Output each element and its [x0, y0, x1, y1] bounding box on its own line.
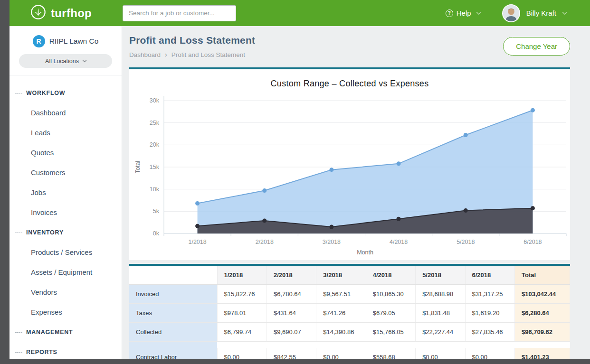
change-year-button[interactable]: Change Year	[503, 37, 570, 56]
nav-section-workflow[interactable]: WORKFLOW	[10, 83, 122, 103]
svg-text:Total: Total	[134, 161, 141, 173]
cell-value: $741.26	[316, 304, 366, 323]
cell-value: $0.00	[316, 348, 366, 360]
col-header	[129, 266, 217, 285]
col-header: 6/2018	[465, 266, 514, 285]
cell-value: $15,822.76	[217, 285, 266, 304]
cell-value: $14,390.86	[316, 323, 366, 342]
cell-value: $0.00	[217, 348, 266, 360]
row-label: Invoiced	[129, 285, 217, 304]
user-avatar[interactable]	[502, 4, 520, 22]
cell-value: $978.01	[217, 304, 266, 323]
sidebar-item-invoices[interactable]: Invoices	[10, 203, 122, 223]
locations-dropdown[interactable]: All Locations	[19, 54, 112, 68]
cell-value: $0.00	[416, 348, 465, 360]
nav-section-label: MANAGEMENT	[26, 329, 73, 336]
nav-section-management[interactable]: MANAGEMENT	[10, 322, 122, 342]
cell-value: $28,688.98	[416, 285, 465, 304]
page-header: Profit and Loss Statement Dashboard › Pr…	[129, 35, 570, 58]
tree-dash-icon	[15, 332, 22, 333]
cell-value: $1,619.20	[465, 304, 514, 323]
svg-text:10k: 10k	[150, 186, 160, 193]
sidebar-item-leads[interactable]: Leads	[10, 123, 122, 143]
user-name: Billy Kraft	[526, 9, 556, 17]
cell-value: $22,227.44	[416, 323, 465, 342]
sidebar-item-products-services[interactable]: Products / Services	[10, 243, 122, 262]
row-total: $103,042.44	[515, 285, 570, 304]
cell-value: $9,567.51	[316, 285, 366, 304]
company-header[interactable]: R RIIPL Lawn Co	[10, 26, 122, 53]
cell-value: $10,865.30	[366, 285, 415, 304]
spacer-row	[129, 342, 570, 348]
breadcrumb-separator-icon: ›	[165, 51, 167, 58]
row-total: $1,401.23	[515, 348, 570, 360]
breadcrumb-dashboard[interactable]: Dashboard	[129, 51, 161, 58]
svg-text:Month: Month	[357, 249, 373, 256]
help-label: Help	[457, 9, 471, 17]
svg-text:2/2018: 2/2018	[256, 239, 274, 245]
turfhop-logo-icon	[30, 4, 46, 22]
col-header: 3/2018	[316, 266, 366, 285]
table-row: Taxes$978.01$431.64$741.26$679.05$1,831.…	[129, 304, 570, 323]
svg-text:5/2018: 5/2018	[457, 239, 475, 245]
tree-dash-icon	[15, 233, 22, 233]
cell-value: $558.68	[366, 348, 415, 360]
nav-section-reports[interactable]: REPORTS	[10, 342, 122, 359]
main-content: Profit and Loss Statement Dashboard › Pr…	[122, 26, 590, 359]
sidebar-item-jobs[interactable]: Jobs	[10, 183, 122, 203]
pl-table: 1/20182/20183/20184/20185/20186/2018Tota…	[129, 266, 570, 359]
help-menu[interactable]: ? Help	[446, 9, 480, 17]
topbar-right: ? Help Billy Kraft	[446, 4, 590, 22]
sidebar-nav: WORKFLOWDashboardLeadsQuotesCustomersJob…	[10, 75, 122, 359]
col-header: 1/2018	[217, 266, 266, 285]
chevron-down-icon	[562, 10, 567, 15]
search-input[interactable]	[123, 5, 236, 21]
pl-table-card: 1/20182/20183/20184/20185/20186/2018Tota…	[129, 264, 570, 359]
table-row: Collected$6,799.74$9,690.07$14,390.86$15…	[129, 323, 570, 342]
svg-text:1/2018: 1/2018	[188, 239, 206, 245]
cell-value: $27,835.46	[465, 323, 514, 342]
sidebar-item-customers[interactable]: Customers	[10, 163, 122, 183]
sidebar-header: R RIIPL Lawn Co All Locations	[10, 26, 122, 75]
svg-text:30k: 30k	[150, 97, 160, 104]
pl-table-head-row: 1/20182/20183/20184/20185/20186/2018Tota…	[129, 266, 570, 285]
svg-text:4/2018: 4/2018	[390, 239, 408, 245]
cell-value: $431.64	[266, 304, 316, 323]
svg-text:6/2018: 6/2018	[523, 239, 542, 245]
row-label: Collected	[129, 323, 217, 342]
cell-value: $6,780.64	[266, 285, 316, 304]
pl-table-body: Invoiced$15,822.76$6,780.64$9,567.51$10,…	[129, 285, 570, 360]
svg-text:5k: 5k	[153, 208, 160, 215]
cell-value: $679.05	[366, 304, 415, 323]
sidebar-item-quotes[interactable]: Quotes	[10, 143, 122, 163]
cell-value: $9,690.07	[266, 323, 316, 342]
sidebar-item-assets-equipment[interactable]: Assets / Equipment	[10, 262, 122, 282]
sidebar-item-dashboard[interactable]: Dashboard	[10, 103, 122, 123]
sidebar-item-expenses[interactable]: Expenses	[10, 302, 122, 322]
cell-value: $0.00	[465, 348, 514, 360]
brand-name: turfhop	[51, 7, 92, 20]
col-header: 5/2018	[416, 266, 465, 285]
user-menu[interactable]: Billy Kraft	[526, 9, 566, 17]
table-row: Contract Labor$0.00$842.55$0.00$558.68$0…	[129, 348, 570, 360]
table-row: Invoiced$15,822.76$6,780.64$9,567.51$10,…	[129, 285, 570, 304]
col-header: Total	[515, 266, 570, 285]
company-logo-icon: R	[33, 35, 45, 47]
cell-value: $1,831.48	[416, 304, 465, 323]
top-navbar: turfhop ? Help Billy Kraft	[10, 0, 590, 26]
svg-text:25k: 25k	[150, 120, 160, 126]
chevron-down-icon	[476, 10, 481, 15]
cell-value: $31,317.25	[465, 285, 514, 304]
tree-dash-icon	[15, 93, 22, 93]
nav-section-inventory[interactable]: INVENTORY	[10, 223, 122, 243]
row-label: Taxes	[129, 304, 217, 323]
sidebar-item-vendors[interactable]: Vendors	[10, 282, 122, 302]
row-total: $6,280.64	[515, 304, 570, 323]
sidebar: R RIIPL Lawn Co All Locations WORKFLOWDa…	[10, 26, 122, 359]
nav-section-label: WORKFLOW	[26, 90, 65, 96]
col-header: 4/2018	[366, 266, 415, 285]
brand[interactable]: turfhop	[10, 4, 122, 22]
row-total: $96,709.62	[515, 323, 570, 342]
nav-section-label: REPORTS	[26, 349, 57, 355]
tree-dash-icon	[15, 352, 22, 353]
